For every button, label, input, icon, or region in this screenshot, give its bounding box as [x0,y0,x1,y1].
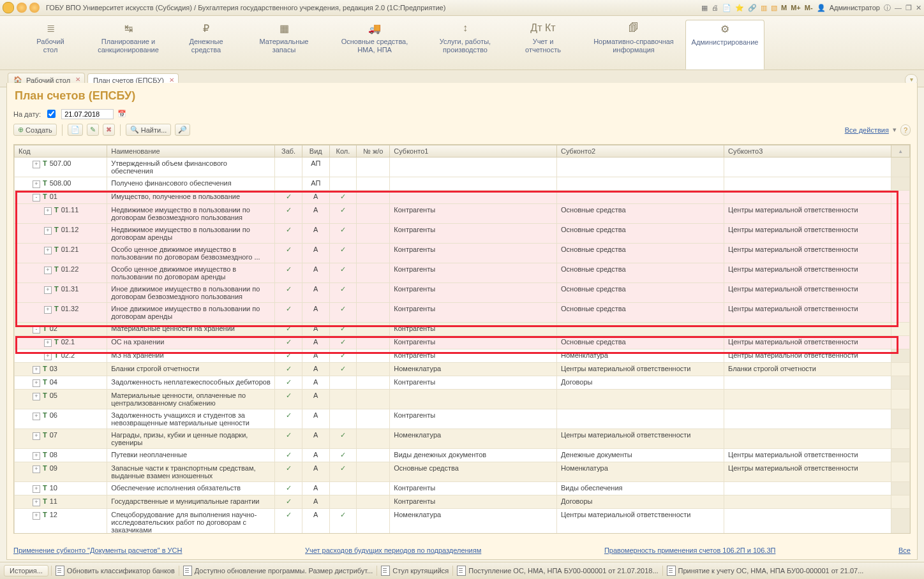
table-row[interactable]: +Т01.32Иное движимое имущество в пользов… [15,303,910,323]
table-row[interactable]: -Т02Материальные ценности на хранении✓А✓… [15,323,910,336]
column-header[interactable]: Кол. [329,145,357,158]
toolbar-icon[interactable]: ▥ [761,4,767,12]
link-usn[interactable]: Применение субконто "Документы расчетов"… [13,546,182,554]
window-menu-icon[interactable] [17,3,27,13]
expand-icon[interactable]: + [33,465,40,473]
table-row[interactable]: -Т01Имущество, полученное в пользование✓… [15,191,910,204]
nav-item[interactable]: ▦Материальныезапасы [245,20,323,70]
column-header[interactable]: Наименование [107,145,275,158]
info-icon[interactable]: ⓘ [884,3,891,13]
toolbar-icon[interactable]: ▧ [771,4,777,12]
all-actions-dropdown-icon[interactable]: ▾ [893,126,897,134]
m-minus-button[interactable]: M- [805,4,813,11]
expand-icon[interactable]: + [44,267,52,274]
column-header[interactable]: № ж/о [357,145,390,158]
accounts-grid[interactable]: КодНаименованиеЗаб.ВидКол.№ ж/оСубконто1… [13,144,911,534]
status-item[interactable]: Доступно обновление программы. Размер ди… [179,566,377,576]
m-button[interactable]: M [781,4,787,11]
expand-icon[interactable]: + [33,413,40,420]
table-row[interactable]: +Т05Материальные ценности, оплаченные по… [15,390,910,409]
date-input[interactable] [61,109,114,119]
link-accounts-106[interactable]: Правомерность применения счетов 106.2П и… [604,546,776,554]
nav-item[interactable]: ≣Рабочийстол [11,20,89,70]
expand-icon[interactable]: + [33,393,40,400]
column-header[interactable]: Вид [302,145,329,158]
expand-icon[interactable]: + [33,452,40,460]
nav-item[interactable]: ⚙Администрирование [685,20,764,70]
find-clear-button[interactable]: 🔎 [175,124,190,136]
delete-button[interactable]: ✖ [103,124,115,136]
column-header[interactable]: Код [15,145,107,158]
table-row[interactable]: +Т01.31Иное движимое имущество в пользов… [15,283,910,303]
nav-item[interactable]: ₽Денежныесредства [167,20,245,70]
toolbar-icon[interactable]: 🖨 [712,4,719,11]
find-button[interactable]: 🔍Найти... [126,124,172,136]
column-header[interactable]: Субконто3 [724,145,891,158]
expand-icon[interactable]: + [44,207,52,215]
table-row[interactable]: +Т12Спецоборудование для выполнения науч… [15,509,910,534]
expand-icon[interactable]: + [44,353,52,360]
status-item[interactable]: Стул крутящийся [376,566,452,576]
expand-icon[interactable]: - [33,326,40,333]
status-item[interactable]: Принятие к учету ОС, НМА, НПА БУ00-00000… [662,566,868,576]
nav-item[interactable]: 🗐Нормативно-справочнаяинформация [582,20,685,70]
table-row[interactable]: +Т11Государственные и муниципальные гара… [15,495,910,509]
toolbar-icon[interactable]: 🔗 [748,4,757,12]
status-item[interactable]: Обновить классификатор банков [51,566,179,576]
table-row[interactable]: +Т01.12Недвижимое имущество в пользовани… [15,224,910,244]
column-header[interactable]: Субконто1 [390,145,557,158]
toolbar-icon[interactable]: 📄 [722,4,731,12]
m-plus-button[interactable]: M+ [791,4,801,11]
expand-icon[interactable]: + [33,512,40,520]
table-row[interactable]: +Т508.00Получено финансового обеспечения… [15,177,910,191]
table-row[interactable]: +Т02.1ОС на хранении✓А✓КонтрагентыОсновн… [15,336,910,349]
close-icon[interactable]: ✕ [916,4,921,12]
table-row[interactable]: +Т507.00Утвержденный объем финансового о… [15,158,910,177]
expand-icon[interactable]: + [33,366,40,374]
table-row[interactable]: +Т07Награды, призы, кубки и ценные подар… [15,429,910,449]
expand-icon[interactable]: + [33,485,40,493]
expand-icon[interactable]: + [33,432,40,440]
table-row[interactable]: +Т01.21Особо ценное движимое имущество в… [15,244,910,263]
expand-icon[interactable]: + [44,286,52,294]
help-button[interactable]: ? [900,124,911,136]
expand-icon[interactable]: + [44,306,52,314]
expand-icon[interactable]: + [44,247,52,254]
table-row[interactable]: +Т08Путевки неоплаченные✓А✓Виды денежных… [15,449,910,462]
create-button[interactable]: ⊕Создать [13,124,57,136]
expand-icon[interactable]: + [33,161,40,168]
expand-icon[interactable]: + [33,180,40,188]
table-row[interactable]: +Т03Бланки строгой отчетности✓А✓Номенкла… [15,363,910,376]
calendar-icon[interactable]: 📅 [117,110,126,118]
nav-item[interactable]: Дт КтУчет иотчетность [504,20,582,70]
column-header[interactable]: Заб. [275,145,302,158]
nav-item[interactable]: 🚚Основные средства,НМА, НПА [323,20,426,70]
toolbar-icon[interactable]: ▦ [701,4,708,12]
all-actions-link[interactable]: Все действия [845,126,889,134]
link-future-expenses[interactable]: Учет расходов будущих периодов по подраз… [305,546,481,554]
nav-item[interactable]: ↹Планирование исанкционирование [89,20,167,70]
window-menu-icon-2[interactable] [29,3,40,13]
nav-item[interactable]: ↕Услуги, работы,производство [426,20,504,70]
table-row[interactable]: +Т01.11Недвижимое имущество в пользовани… [15,204,910,224]
expand-icon[interactable]: + [44,339,52,347]
restore-icon[interactable]: ❐ [905,4,912,12]
table-row[interactable]: +Т04Задолженность неплатежеспособных деб… [15,376,910,390]
table-row[interactable]: +Т02.2МЗ на хранении✓А✓КонтрагентыНоменк… [15,349,910,363]
tab-close-icon[interactable]: ✕ [75,76,80,83]
status-item[interactable]: Поступление ОС, НМА, НПА БУ00-000001 от … [452,566,662,576]
table-row[interactable]: +Т09Запасные части к транспортным средст… [15,462,910,482]
expand-icon[interactable]: + [44,227,52,235]
history-button[interactable]: История... [4,565,48,576]
expand-icon[interactable]: - [33,194,40,202]
expand-icon[interactable]: + [33,379,40,387]
copy-button[interactable]: 📄 [68,124,83,136]
table-row[interactable]: +Т10Обеспечение исполнения обязательств✓… [15,482,910,495]
column-header[interactable]: Субконто2 [557,145,724,158]
edit-button[interactable]: ✎ [87,124,99,136]
expand-icon[interactable]: + [33,499,40,506]
date-enabled-checkbox[interactable] [47,110,56,118]
table-row[interactable]: +Т01.22Особо ценное движимое имущество в… [15,263,910,283]
table-row[interactable]: +Т06Задолженность учащихся и студентов з… [15,409,910,429]
minimize-icon[interactable]: — [895,4,902,11]
